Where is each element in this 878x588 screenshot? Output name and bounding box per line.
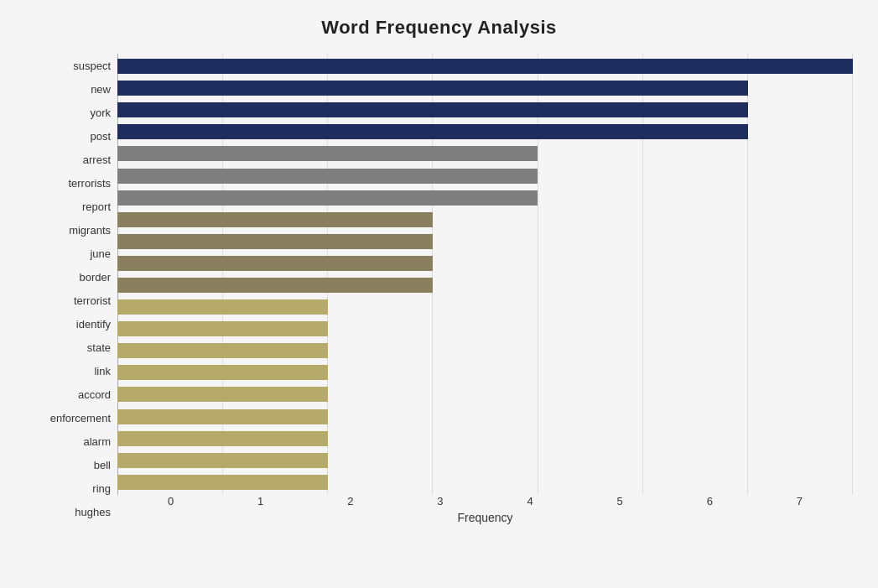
x-ticks-row: 01234567 xyxy=(117,495,853,507)
x-tick-label: 7 xyxy=(746,495,853,507)
bar xyxy=(117,256,433,271)
bar xyxy=(117,59,853,74)
bar-row xyxy=(117,211,853,229)
bar xyxy=(117,169,538,184)
y-label: state xyxy=(87,339,111,357)
bar xyxy=(117,409,328,424)
chart-plot-area: 01234567 Frequency xyxy=(117,54,853,524)
bar xyxy=(117,365,328,380)
bar-row xyxy=(117,276,853,294)
bar xyxy=(117,234,433,249)
y-label: arrest xyxy=(83,150,111,169)
bar xyxy=(117,321,328,336)
y-label: enforcement xyxy=(50,409,111,428)
chart-title: Word Frequency Analysis xyxy=(25,17,853,39)
bar-row xyxy=(117,408,853,426)
y-label: link xyxy=(94,362,111,381)
y-label: border xyxy=(79,268,111,286)
bar-row xyxy=(117,254,853,273)
bar-row xyxy=(117,385,853,403)
y-label: ring xyxy=(92,480,111,498)
y-label: york xyxy=(90,103,111,122)
bar xyxy=(117,124,748,139)
y-axis: suspectnewyorkpostarrestterroristsreport… xyxy=(25,54,117,524)
bar-row xyxy=(117,57,853,75)
bar xyxy=(117,343,328,358)
bar-row xyxy=(117,189,853,207)
y-label: june xyxy=(90,244,111,263)
bar xyxy=(117,81,748,96)
x-axis-wrapper: 01234567 Frequency xyxy=(117,495,853,524)
bar-row xyxy=(117,473,853,492)
bar xyxy=(117,387,328,402)
y-label: identify xyxy=(76,315,111,334)
bar xyxy=(117,278,433,293)
bar-row xyxy=(117,101,853,119)
bar xyxy=(117,453,328,468)
bar xyxy=(117,212,433,227)
bar-row xyxy=(117,144,853,163)
bar-row xyxy=(117,232,853,251)
y-label: suspect xyxy=(73,56,111,75)
bar-row xyxy=(117,429,853,448)
bar xyxy=(117,146,538,161)
y-label: migrants xyxy=(69,221,111,239)
bar-row xyxy=(117,341,853,360)
y-label: post xyxy=(90,127,111,145)
chart-container: Word Frequency Analysis suspectnewyorkpo… xyxy=(0,0,878,588)
bar xyxy=(117,102,748,117)
x-axis-label: Frequency xyxy=(117,511,853,524)
bar xyxy=(117,190,538,206)
bar-row xyxy=(117,298,853,316)
bar-row xyxy=(117,79,853,97)
y-label: hughes xyxy=(75,503,111,522)
bar xyxy=(117,299,328,315)
bar-row xyxy=(117,363,853,382)
bars-container xyxy=(117,54,853,495)
y-label: new xyxy=(91,80,111,98)
grid-and-bars xyxy=(117,54,853,495)
bar-row xyxy=(117,167,853,185)
y-label: accord xyxy=(78,386,111,404)
bar-row xyxy=(117,320,853,338)
y-label: alarm xyxy=(83,433,111,451)
bar-row xyxy=(117,122,853,141)
y-label: terrorist xyxy=(74,291,111,310)
y-label: report xyxy=(82,197,111,216)
y-label: terrorists xyxy=(68,174,111,192)
y-label: bell xyxy=(94,456,111,475)
bar xyxy=(117,431,328,446)
bar-row xyxy=(117,451,853,470)
bar xyxy=(117,475,328,490)
